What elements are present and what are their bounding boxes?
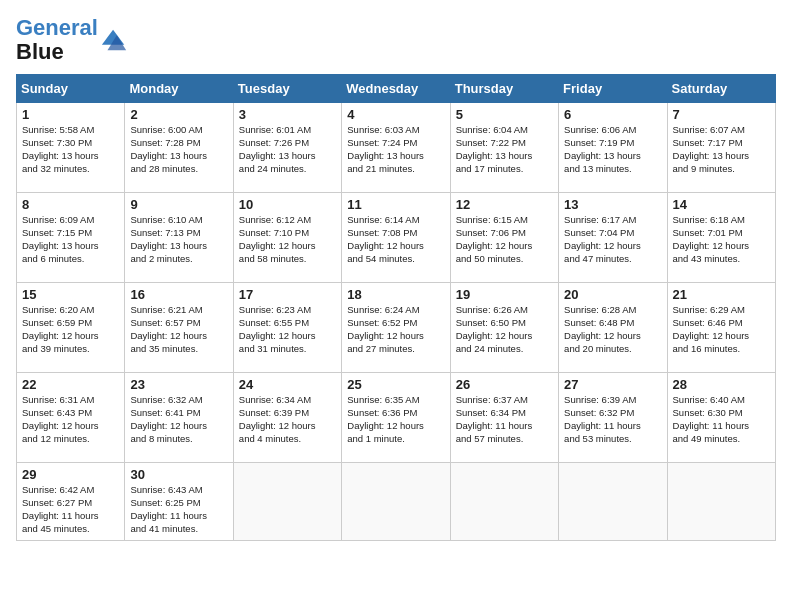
day-number: 9 (130, 197, 227, 212)
day-number: 13 (564, 197, 661, 212)
calendar-table: SundayMondayTuesdayWednesdayThursdayFrid… (16, 74, 776, 540)
day-info: Sunrise: 6:09 AM Sunset: 7:15 PM Dayligh… (22, 214, 119, 265)
day-info: Sunrise: 6:01 AM Sunset: 7:26 PM Dayligh… (239, 124, 336, 175)
day-info: Sunrise: 6:40 AM Sunset: 6:30 PM Dayligh… (673, 394, 770, 445)
day-number: 27 (564, 377, 661, 392)
calendar-header-row: SundayMondayTuesdayWednesdayThursdayFrid… (17, 75, 776, 103)
calendar-cell: 5Sunrise: 6:04 AM Sunset: 7:22 PM Daylig… (450, 103, 558, 193)
calendar-row-3: 22Sunrise: 6:31 AM Sunset: 6:43 PM Dayli… (17, 373, 776, 463)
day-info: Sunrise: 6:17 AM Sunset: 7:04 PM Dayligh… (564, 214, 661, 265)
day-info: Sunrise: 6:42 AM Sunset: 6:27 PM Dayligh… (22, 484, 119, 535)
calendar-cell (450, 463, 558, 540)
calendar-cell: 20Sunrise: 6:28 AM Sunset: 6:48 PM Dayli… (559, 283, 667, 373)
day-number: 23 (130, 377, 227, 392)
day-info: Sunrise: 6:31 AM Sunset: 6:43 PM Dayligh… (22, 394, 119, 445)
day-info: Sunrise: 6:06 AM Sunset: 7:19 PM Dayligh… (564, 124, 661, 175)
day-number: 3 (239, 107, 336, 122)
calendar-row-4: 29Sunrise: 6:42 AM Sunset: 6:27 PM Dayli… (17, 463, 776, 540)
day-info: Sunrise: 6:14 AM Sunset: 7:08 PM Dayligh… (347, 214, 444, 265)
day-info: Sunrise: 6:20 AM Sunset: 6:59 PM Dayligh… (22, 304, 119, 355)
day-info: Sunrise: 6:26 AM Sunset: 6:50 PM Dayligh… (456, 304, 553, 355)
calendar-cell: 1Sunrise: 5:58 AM Sunset: 7:30 PM Daylig… (17, 103, 125, 193)
day-number: 25 (347, 377, 444, 392)
day-number: 16 (130, 287, 227, 302)
calendar-cell: 6Sunrise: 6:06 AM Sunset: 7:19 PM Daylig… (559, 103, 667, 193)
day-info: Sunrise: 6:23 AM Sunset: 6:55 PM Dayligh… (239, 304, 336, 355)
calendar-cell: 2Sunrise: 6:00 AM Sunset: 7:28 PM Daylig… (125, 103, 233, 193)
calendar-cell: 16Sunrise: 6:21 AM Sunset: 6:57 PM Dayli… (125, 283, 233, 373)
logo: General Blue (16, 16, 128, 64)
calendar-cell: 30Sunrise: 6:43 AM Sunset: 6:25 PM Dayli… (125, 463, 233, 540)
calendar-cell: 9Sunrise: 6:10 AM Sunset: 7:13 PM Daylig… (125, 193, 233, 283)
calendar-cell: 15Sunrise: 6:20 AM Sunset: 6:59 PM Dayli… (17, 283, 125, 373)
page-header: General Blue (16, 16, 776, 64)
calendar-cell (667, 463, 775, 540)
day-header-monday: Monday (125, 75, 233, 103)
day-number: 29 (22, 467, 119, 482)
calendar-cell (559, 463, 667, 540)
day-header-saturday: Saturday (667, 75, 775, 103)
day-header-tuesday: Tuesday (233, 75, 341, 103)
day-info: Sunrise: 6:07 AM Sunset: 7:17 PM Dayligh… (673, 124, 770, 175)
day-number: 15 (22, 287, 119, 302)
day-info: Sunrise: 6:03 AM Sunset: 7:24 PM Dayligh… (347, 124, 444, 175)
calendar-row-0: 1Sunrise: 5:58 AM Sunset: 7:30 PM Daylig… (17, 103, 776, 193)
calendar-cell: 23Sunrise: 6:32 AM Sunset: 6:41 PM Dayli… (125, 373, 233, 463)
day-number: 21 (673, 287, 770, 302)
calendar-cell: 3Sunrise: 6:01 AM Sunset: 7:26 PM Daylig… (233, 103, 341, 193)
day-info: Sunrise: 6:34 AM Sunset: 6:39 PM Dayligh… (239, 394, 336, 445)
day-number: 1 (22, 107, 119, 122)
day-number: 11 (347, 197, 444, 212)
day-number: 22 (22, 377, 119, 392)
day-number: 28 (673, 377, 770, 392)
calendar-cell: 28Sunrise: 6:40 AM Sunset: 6:30 PM Dayli… (667, 373, 775, 463)
logo-icon (100, 26, 128, 54)
day-info: Sunrise: 6:18 AM Sunset: 7:01 PM Dayligh… (673, 214, 770, 265)
day-info: Sunrise: 6:04 AM Sunset: 7:22 PM Dayligh… (456, 124, 553, 175)
day-info: Sunrise: 6:35 AM Sunset: 6:36 PM Dayligh… (347, 394, 444, 445)
day-number: 20 (564, 287, 661, 302)
day-header-wednesday: Wednesday (342, 75, 450, 103)
day-info: Sunrise: 6:24 AM Sunset: 6:52 PM Dayligh… (347, 304, 444, 355)
logo-text: General Blue (16, 16, 98, 64)
day-number: 26 (456, 377, 553, 392)
calendar-cell: 29Sunrise: 6:42 AM Sunset: 6:27 PM Dayli… (17, 463, 125, 540)
calendar-cell: 27Sunrise: 6:39 AM Sunset: 6:32 PM Dayli… (559, 373, 667, 463)
calendar-cell: 12Sunrise: 6:15 AM Sunset: 7:06 PM Dayli… (450, 193, 558, 283)
day-info: Sunrise: 6:12 AM Sunset: 7:10 PM Dayligh… (239, 214, 336, 265)
day-info: Sunrise: 5:58 AM Sunset: 7:30 PM Dayligh… (22, 124, 119, 175)
day-info: Sunrise: 6:37 AM Sunset: 6:34 PM Dayligh… (456, 394, 553, 445)
day-info: Sunrise: 6:00 AM Sunset: 7:28 PM Dayligh… (130, 124, 227, 175)
calendar-cell: 13Sunrise: 6:17 AM Sunset: 7:04 PM Dayli… (559, 193, 667, 283)
calendar-row-2: 15Sunrise: 6:20 AM Sunset: 6:59 PM Dayli… (17, 283, 776, 373)
day-number: 6 (564, 107, 661, 122)
day-info: Sunrise: 6:10 AM Sunset: 7:13 PM Dayligh… (130, 214, 227, 265)
calendar-cell: 18Sunrise: 6:24 AM Sunset: 6:52 PM Dayli… (342, 283, 450, 373)
calendar-cell: 14Sunrise: 6:18 AM Sunset: 7:01 PM Dayli… (667, 193, 775, 283)
day-number: 4 (347, 107, 444, 122)
day-header-thursday: Thursday (450, 75, 558, 103)
day-number: 10 (239, 197, 336, 212)
day-info: Sunrise: 6:21 AM Sunset: 6:57 PM Dayligh… (130, 304, 227, 355)
day-number: 18 (347, 287, 444, 302)
day-header-friday: Friday (559, 75, 667, 103)
day-info: Sunrise: 6:28 AM Sunset: 6:48 PM Dayligh… (564, 304, 661, 355)
calendar-cell: 19Sunrise: 6:26 AM Sunset: 6:50 PM Dayli… (450, 283, 558, 373)
calendar-cell: 26Sunrise: 6:37 AM Sunset: 6:34 PM Dayli… (450, 373, 558, 463)
calendar-cell: 21Sunrise: 6:29 AM Sunset: 6:46 PM Dayli… (667, 283, 775, 373)
day-number: 8 (22, 197, 119, 212)
calendar-cell (233, 463, 341, 540)
calendar-row-1: 8Sunrise: 6:09 AM Sunset: 7:15 PM Daylig… (17, 193, 776, 283)
day-number: 14 (673, 197, 770, 212)
day-header-sunday: Sunday (17, 75, 125, 103)
calendar-cell: 7Sunrise: 6:07 AM Sunset: 7:17 PM Daylig… (667, 103, 775, 193)
day-number: 17 (239, 287, 336, 302)
day-info: Sunrise: 6:39 AM Sunset: 6:32 PM Dayligh… (564, 394, 661, 445)
calendar-body: 1Sunrise: 5:58 AM Sunset: 7:30 PM Daylig… (17, 103, 776, 540)
calendar-cell: 24Sunrise: 6:34 AM Sunset: 6:39 PM Dayli… (233, 373, 341, 463)
day-number: 5 (456, 107, 553, 122)
day-info: Sunrise: 6:15 AM Sunset: 7:06 PM Dayligh… (456, 214, 553, 265)
calendar-cell: 17Sunrise: 6:23 AM Sunset: 6:55 PM Dayli… (233, 283, 341, 373)
calendar-cell: 4Sunrise: 6:03 AM Sunset: 7:24 PM Daylig… (342, 103, 450, 193)
day-info: Sunrise: 6:43 AM Sunset: 6:25 PM Dayligh… (130, 484, 227, 535)
